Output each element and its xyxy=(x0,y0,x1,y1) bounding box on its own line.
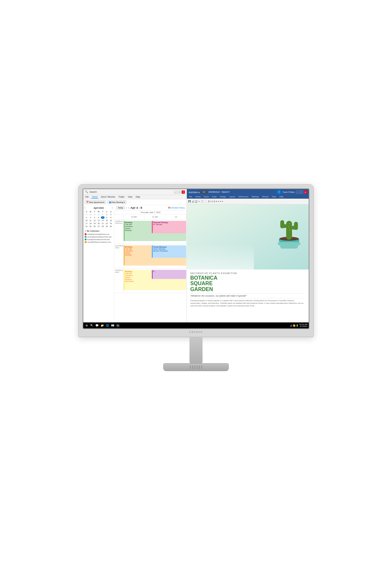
cal-day-4[interactable]: 4 xyxy=(89,216,92,219)
autosave-label: AutoSave ● xyxy=(188,191,200,193)
word-menu-review[interactable]: Review xyxy=(262,195,270,198)
cal-day-11[interactable]: 11 xyxy=(89,219,92,222)
cal-day-17[interactable]: 17 xyxy=(85,222,88,225)
new-appointment-button[interactable]: 📅 New Appointment xyxy=(85,200,106,204)
cal-day-16[interactable]: 16 xyxy=(109,219,113,222)
schedule-view-button[interactable]: 📅 Schedule View ▾ xyxy=(168,207,185,209)
time-12: 12 xyxy=(175,216,177,218)
svg-rect-6 xyxy=(280,220,284,228)
taskbar-system-icons: 🔊 📶 🔋 xyxy=(290,324,298,327)
camera-taskbar-button[interactable]: 📷 xyxy=(116,323,120,327)
cal-day-2[interactable]: 2 xyxy=(109,213,113,216)
chat-taskbar-button[interactable]: 💬 xyxy=(95,323,99,327)
word-close-button[interactable]: ✕ xyxy=(304,190,307,194)
mini-calendar-title: April 2022 xyxy=(93,207,104,209)
base-vent-2 xyxy=(192,365,193,369)
word-menu-draw[interactable]: Draw xyxy=(211,195,217,198)
menu-folder[interactable]: Folder xyxy=(118,195,125,199)
cal-day-25[interactable]: 25 xyxy=(89,225,92,228)
autosave-status: OFF xyxy=(201,191,207,193)
cal-day-23[interactable]: 23 xyxy=(109,222,113,225)
word-user-area: T Taylor Phillips ─ □ ✕ xyxy=(277,190,307,194)
cal-day-7-today[interactable]: 7 xyxy=(101,216,105,219)
new-meeting-button[interactable]: 👥 New Meeting ▾ xyxy=(107,200,126,204)
event-virtual-museum[interactable]: Virtual Museum Teams Meeting Monica Thom… xyxy=(152,245,186,258)
next-month-button[interactable]: › xyxy=(112,206,113,209)
cal-day-22[interactable]: 22 xyxy=(105,222,108,225)
word-menu-view[interactable]: View xyxy=(271,195,277,198)
outlook-title-text: 🔍 Search xyxy=(85,190,97,193)
cal-day-27[interactable]: 27 xyxy=(85,213,88,216)
word-menu-file[interactable]: File xyxy=(188,195,193,198)
cal-day-29b[interactable]: 29 xyxy=(105,225,108,228)
user-avatar: T xyxy=(277,190,281,194)
maximize-button[interactable]: □ xyxy=(178,190,181,194)
shelf-element xyxy=(187,243,254,269)
word-menu-layout[interactable]: Layout xyxy=(229,195,236,198)
cal-label-2: amani@parkvalleyschools.edu xyxy=(87,236,112,238)
event-p-right[interactable]: P... xyxy=(152,270,186,279)
word-menu-insert[interactable]: Insert xyxy=(203,195,209,198)
menu-help[interactable]: Help xyxy=(135,195,140,199)
event-physical-therapy[interactable]: Physical Therapy Dr. Samath xyxy=(152,221,186,233)
word-menu-references[interactable]: References xyxy=(238,195,249,198)
next-week-button[interactable]: › xyxy=(128,206,129,209)
prev-week-button[interactable]: ‹ xyxy=(126,206,127,209)
taskbar-right: 🔊 📶 🔋 10:53 AM 4/7/2022 xyxy=(290,323,307,327)
today-button[interactable]: Today xyxy=(116,206,125,209)
word-maximize-button[interactable]: □ xyxy=(300,190,303,194)
menu-send-receive[interactable]: Send / Receive xyxy=(100,195,116,199)
time-col-header xyxy=(114,214,123,219)
cal-day-30[interactable]: 30 xyxy=(109,225,113,228)
calendar-nav-bar: Today ‹ › Apr 4 - 8 📅 Schedule View ▾ xyxy=(114,205,187,211)
cal-day-14[interactable]: 14 xyxy=(101,219,105,222)
menu-view[interactable]: View xyxy=(127,195,133,199)
word-toolbar-icons: 💾 🖨 🔄 ✂ 📋 xyxy=(188,200,204,203)
word-menu-design[interactable]: Design xyxy=(219,195,227,198)
start-button[interactable]: ⊞ xyxy=(85,323,89,327)
edge-taskbar-button[interactable]: 🌐 xyxy=(106,323,109,327)
minimize-button[interactable]: ─ xyxy=(174,190,177,194)
cal-day-20[interactable]: 20 xyxy=(97,222,100,225)
prev-month-button[interactable]: ‹ xyxy=(85,206,86,209)
search-taskbar-button[interactable]: 🔍 xyxy=(90,323,94,327)
word-menu-mailings[interactable]: Mailings xyxy=(251,195,260,198)
word-minimize-button[interactable]: ─ xyxy=(296,190,299,194)
menu-file[interactable]: File xyxy=(85,195,89,199)
cal-day-15[interactable]: 15 xyxy=(105,219,108,222)
cal-day-31[interactable]: 31 xyxy=(101,213,105,216)
col-header-10am: 10 AM xyxy=(123,214,144,219)
close-button[interactable]: ✕ xyxy=(182,190,185,194)
cal-day-27b[interactable]: 27 xyxy=(97,225,100,228)
botanica-line3: GARDEN xyxy=(190,286,305,292)
cal-day-26[interactable]: 26 xyxy=(93,225,96,228)
cal-day-1[interactable]: 1 xyxy=(105,213,108,216)
menu-home[interactable]: Home xyxy=(91,195,98,199)
mail-taskbar-button[interactable]: 📧 xyxy=(111,323,115,327)
cal-day-9[interactable]: 9 xyxy=(109,216,113,219)
cal-day-28[interactable]: 28 xyxy=(89,213,92,216)
cal-day-12[interactable]: 12 xyxy=(93,219,96,222)
cal-day-29[interactable]: 29 xyxy=(93,213,96,216)
cal-day-13[interactable]: 13 xyxy=(97,219,100,222)
cal-day-21[interactable]: 21 xyxy=(101,222,105,225)
cal-day-18[interactable]: 18 xyxy=(89,222,92,225)
cal-day-19[interactable]: 19 xyxy=(93,222,96,225)
cal-day-24[interactable]: 24 xyxy=(85,225,88,228)
svg-rect-8 xyxy=(294,222,298,230)
word-menu-help[interactable]: Help xyxy=(279,195,284,198)
cal-day-10[interactable]: 10 xyxy=(85,219,88,222)
cal-day-30[interactable]: 30 xyxy=(97,213,100,216)
event-row-content-1: Birthday Call with Grandma Teams Meeting… xyxy=(123,220,187,244)
my-calendars-title: ✓ My Calendars xyxy=(85,230,113,232)
cal-day-28b[interactable]: 28 xyxy=(101,225,105,228)
cal-day-3[interactable]: 3 xyxy=(85,216,88,219)
explorer-taskbar-button[interactable]: 📁 xyxy=(100,323,104,327)
word-toolbar-divider xyxy=(206,200,206,204)
calendar-main: Today ‹ › Apr 4 - 8 📅 Schedule View ▾ xyxy=(114,205,187,322)
cal-day-5[interactable]: 5 xyxy=(93,216,96,219)
word-menu-home[interactable]: Home xyxy=(195,195,201,198)
cal-day-8[interactable]: 8 xyxy=(105,216,108,219)
thursday-label: Thursday, April 7, 2022 xyxy=(114,211,187,214)
cal-day-6[interactable]: 6 xyxy=(97,216,100,219)
